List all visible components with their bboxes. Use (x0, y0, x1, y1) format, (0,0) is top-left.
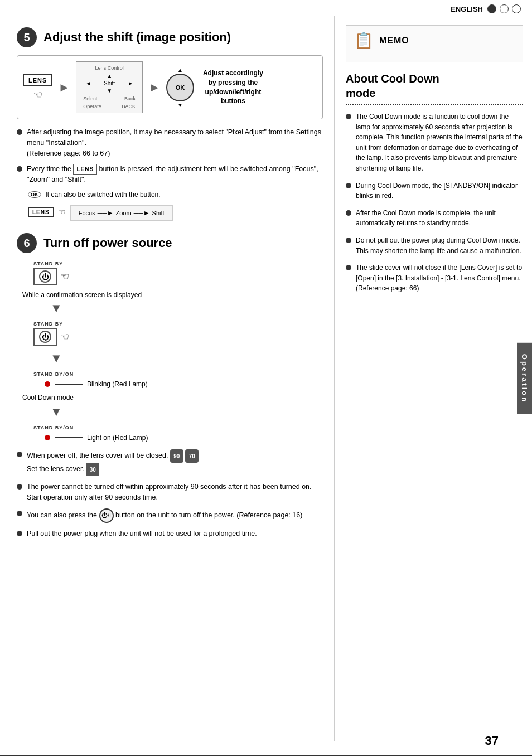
ok-switch-note: OK It can also be switched with the butt… (28, 191, 323, 198)
standby-btn-2[interactable]: ⏻ (33, 328, 57, 346)
red-dot-1 (45, 381, 50, 387)
section5-bullets: After adjusting the image position, it m… (17, 127, 323, 185)
light-on-row: Light on (Red Lamp) (45, 434, 323, 442)
light-on-text: Light on (Red Lamp) (87, 434, 148, 442)
ok-button-diagram: OK (166, 74, 194, 101)
memo-bullet-3: After the Cool Down mode is complete, th… (346, 208, 523, 229)
page-number: 37 (485, 734, 499, 748)
panel-bottom-row: Select Back (83, 96, 136, 101)
badge-70: 70 (185, 449, 199, 463)
arrow-right-inner: ► (128, 80, 133, 86)
memo-bullet-2-text: During Cool Down mode, the [STANDBY/ON] … (356, 181, 523, 201)
line-dash-1 (55, 384, 83, 385)
lens-inline-btn: LENS (73, 164, 97, 175)
left-panel: 5 Adjust the shift (image position) LENS… (0, 16, 335, 741)
operation-tab: Operation (517, 343, 532, 414)
hand-icon-small: ☜ (59, 207, 66, 216)
back2-label: BACK (122, 104, 136, 109)
standby-label-1: STAND BY (33, 261, 323, 266)
memo-header: 📋 MEMO (354, 31, 515, 50)
lens-button: LENS (23, 74, 52, 86)
blinking-text: Blinking (Red Lamp) (87, 380, 148, 388)
memo-bullet-5-text: The slide cover will not close if the [L… (356, 263, 523, 294)
lens-btn-small: LENS (28, 207, 54, 217)
ok-inline: OK (28, 191, 41, 198)
arrow-to-ok: ► (148, 80, 161, 95)
standby-block-2: STAND BY ⏻ ☜ (33, 321, 323, 346)
standby-block-3: STAND BY/ON Blinking (Red Lamp) (33, 371, 323, 388)
section6-bullets: When power off, the lens cover will be c… (17, 449, 323, 539)
memo-bullet-4: Do not pull out the power plug during Co… (346, 235, 523, 256)
memo-box: 📋 MEMO (346, 25, 523, 62)
switch-arrow1: ──► (98, 209, 114, 217)
standby-block-1: STAND BY ⏻ ☜ (33, 261, 323, 285)
memo-dot-3 (346, 210, 351, 216)
bullet-dot-s6-1 (17, 452, 22, 457)
memo-bullet-4-text: Do not pull out the power plug during Co… (356, 235, 523, 256)
switch-note-text: It can also be switched with the button. (46, 191, 161, 198)
bullet-lens-switch-text: Every time the LENS button is pressed, t… (27, 164, 323, 185)
switch-diagram: Focus ──► Zoom ──► Shift (70, 205, 173, 221)
section6-number: 6 (17, 233, 37, 253)
standby-btn-1[interactable]: ⏻ (33, 268, 57, 285)
cool-down-title: About Cool Downmode (346, 71, 523, 100)
bullet-90sec-text: The power cannot be turned off within ap… (27, 482, 323, 503)
bullet-pixel-adjust-text: After adjusting the image position, it m… (27, 127, 323, 158)
bullet-pull-plug-text: Pull out the power plug when the unit wi… (27, 529, 257, 539)
back-label: Back (124, 96, 136, 101)
section5: 5 Adjust the shift (image position) LENS… (17, 27, 323, 221)
memo-label: MEMO (379, 36, 409, 46)
standby-label-3: STAND BY/ON (33, 371, 323, 377)
memo-dot-1 (346, 114, 351, 119)
lang-circle-2 (500, 4, 509, 13)
main-content: 5 Adjust the shift (image position) LENS… (0, 16, 532, 741)
standby-block-4: STAND BY/ON Light on (Red Lamp) (33, 425, 323, 442)
down-arrow-3: ▼ (50, 405, 323, 419)
memo-dot-2 (346, 183, 351, 188)
cool-down-text: Cool Down mode (22, 394, 323, 401)
section5-header: 5 Adjust the shift (image position) (17, 27, 323, 47)
hand-icon: ☜ (33, 89, 42, 101)
ok-label: OK (176, 84, 185, 91)
memo-bullet-2: During Cool Down mode, the [STANDBY/ON] … (346, 181, 523, 201)
standby-label-4: STAND BY/ON (33, 425, 323, 430)
bullet-dot-s6-2 (17, 484, 22, 490)
badge-90: 90 (170, 449, 183, 463)
bullet-pull-plug: Pull out the power plug when the unit wi… (17, 529, 323, 539)
switch-arrow2: ──► (134, 209, 150, 217)
bullet-dot-s6-4 (17, 531, 22, 536)
panel-arrow-up: ▲ (83, 73, 136, 79)
power-inline-icon: ⏻/I (99, 508, 114, 523)
section6-header: 6 Turn off power source (17, 233, 323, 253)
power-icon-1: ⏻ (39, 270, 51, 283)
memo-bullet-1: The Cool Down mode is a function to cool… (346, 112, 523, 174)
memo-bullet-3-text: After the Cool Down mode is complete, th… (356, 208, 523, 229)
panel-title: Lens Control (83, 65, 136, 71)
bullet-lens-cover: When power off, the lens cover will be c… (17, 449, 323, 476)
red-dot-2 (45, 435, 50, 440)
shift-label: Shift (104, 80, 115, 86)
memo-dot-4 (346, 238, 351, 243)
line-dash-2 (55, 437, 83, 438)
language-circles (487, 4, 521, 13)
memo-dot-5 (346, 265, 351, 270)
arrow-left: ◄ (85, 80, 91, 86)
shift-label: Shift (152, 210, 165, 216)
confirm-text: While a confirmation screen is displayed (22, 291, 323, 299)
lang-circle-3 (512, 4, 521, 13)
right-panel: 📋 MEMO About Cool Downmode The Cool Down… (335, 16, 532, 741)
lang-circle-1 (487, 4, 496, 13)
focus-label: Focus (79, 210, 95, 216)
memo-bullet-5: The slide cover will not close if the [L… (346, 263, 523, 294)
standby-btn-wrap-2: ⏻ ☜ (33, 328, 323, 346)
lens-label: LENS (28, 77, 47, 84)
memo-bullets: The Cool Down mode is a function to cool… (346, 112, 523, 294)
select-label: Select (83, 96, 97, 101)
badge-30: 30 (86, 463, 99, 476)
lens-button-group: LENS ☜ (23, 74, 52, 101)
down-arrow-1: ▼ (50, 301, 323, 316)
panel-arrow-down: ▼ (83, 88, 136, 94)
bullet-dot-s6-3 (17, 511, 22, 516)
bullet-dot2 (17, 166, 22, 172)
bullet-lens-cover-text: When power off, the lens cover will be c… (27, 449, 199, 476)
